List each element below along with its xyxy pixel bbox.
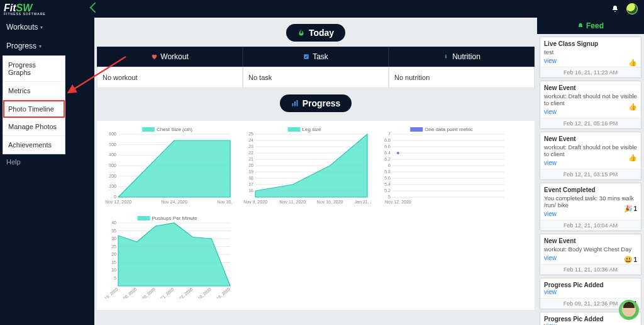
svg-text:Aug 21, 2020: Aug 21, 2020 bbox=[153, 287, 175, 299]
today-label: Today bbox=[309, 28, 334, 38]
feed-timestamp: Feb 12, 21, 10:04 AM bbox=[540, 220, 641, 231]
sidebar: Workouts▾ Progress▾ Progress Graphs Metr… bbox=[0, 18, 94, 325]
svg-text:Nov 11, 2020: Nov 11, 2020 bbox=[280, 200, 306, 204]
svg-text:6.8: 6.8 bbox=[384, 138, 391, 142]
feed-timestamp: Feb 12, 21, 03:15 PM bbox=[540, 169, 641, 180]
svg-text:25: 25 bbox=[248, 132, 253, 136]
svg-text:23: 23 bbox=[248, 144, 253, 149]
feed-view-link[interactable]: view bbox=[544, 322, 557, 325]
svg-text:Sep 10, 2020: Sep 10, 2020 bbox=[191, 287, 213, 299]
svg-text:5: 5 bbox=[388, 195, 391, 199]
progress-submenu: Progress Graphs Metrics Photo Timeline M… bbox=[3, 55, 65, 154]
submenu-achievements[interactable]: Achievements bbox=[3, 136, 65, 154]
feed-card-body: test bbox=[544, 48, 637, 55]
task-value: No task bbox=[243, 67, 389, 88]
main-content: Today Workout Task Nutrition No workout … bbox=[94, 18, 537, 325]
svg-text:600: 600 bbox=[109, 132, 116, 136]
svg-text:Nov 30, 2020: Nov 30, 2020 bbox=[217, 200, 234, 204]
reaction-icon[interactable]: 👍 bbox=[628, 103, 637, 111]
svg-text:Aug 22, 2020: Aug 22, 2020 bbox=[172, 287, 194, 299]
feed-card: New Eventworkout: Draft should not be vi… bbox=[540, 81, 641, 129]
feed-card: Live Class Signuptestview👍Feb 16, 21, 11… bbox=[540, 37, 641, 78]
feed-view-link[interactable]: view bbox=[544, 288, 557, 295]
tab-workout[interactable]: Workout bbox=[97, 47, 243, 67]
sidebar-item-progress[interactable]: Progress▾ bbox=[0, 37, 94, 55]
feed-view-link[interactable]: view bbox=[544, 159, 557, 166]
support-chat-button[interactable] bbox=[619, 300, 639, 320]
svg-text:Nov 12, 2020: Nov 12, 2020 bbox=[385, 200, 411, 204]
feed-view-link[interactable]: view bbox=[544, 210, 557, 217]
svg-text:40: 40 bbox=[111, 220, 116, 225]
svg-text:Nov 9, 2020: Nov 9, 2020 bbox=[243, 200, 267, 204]
svg-rect-3 bbox=[294, 101, 296, 106]
chart-1[interactable]: Leg size16171819202122232425Nov 9, 2020N… bbox=[238, 125, 371, 210]
bars-icon bbox=[291, 100, 299, 107]
feed-card-title: Live Class Signup bbox=[544, 40, 637, 47]
feed-timestamp: Feb 12, 21, 05:16 PM bbox=[540, 118, 641, 128]
feed-panel: Feed Live Class Signuptestview👍Feb 16, 2… bbox=[537, 18, 644, 325]
svg-text:200: 200 bbox=[109, 174, 116, 178]
svg-text:20: 20 bbox=[248, 163, 253, 168]
submenu-manage-photos[interactable]: Manage Photos bbox=[3, 118, 65, 136]
svg-text:Aug 19, 2020: Aug 19, 2020 bbox=[101, 287, 119, 299]
feed-card-body: workout: Draft should not be visible to … bbox=[544, 93, 637, 106]
svg-text:7: 7 bbox=[388, 132, 391, 136]
sidebar-item-workouts[interactable]: Workouts▾ bbox=[0, 18, 94, 37]
chart-0[interactable]: Chest Size (cm)0100200300400500600Nov 12… bbox=[101, 125, 234, 210]
feed-card: New Eventworkout: Draft should not be vi… bbox=[540, 132, 641, 180]
svg-point-68 bbox=[397, 152, 399, 154]
reaction-icon[interactable]: 👍 bbox=[628, 59, 637, 67]
progress-label: Progress bbox=[303, 98, 341, 108]
svg-text:25: 25 bbox=[111, 244, 116, 249]
svg-text:6.6: 6.6 bbox=[384, 144, 391, 149]
feed-header: Feed bbox=[537, 18, 644, 34]
nutrition-value: No nutrition bbox=[389, 67, 535, 88]
svg-text:17: 17 bbox=[248, 182, 253, 186]
svg-text:Aug 20, 2020: Aug 20, 2020 bbox=[135, 287, 157, 299]
submenu-progress-graphs[interactable]: Progress Graphs bbox=[3, 56, 65, 82]
reaction-icon[interactable]: 🎉1 bbox=[624, 205, 637, 213]
svg-text:5.4: 5.4 bbox=[384, 182, 391, 186]
svg-text:Nov 16, 2020: Nov 16, 2020 bbox=[317, 200, 343, 204]
reaction-icon[interactable]: 😃1 bbox=[624, 256, 637, 264]
svg-text:6.4: 6.4 bbox=[384, 151, 391, 155]
feed-card: Event CompletedYou completed task: 30 mi… bbox=[540, 183, 641, 231]
feed-timestamp: Feb 11, 21, 10:36 AM bbox=[540, 264, 641, 275]
feed-view-link[interactable]: view bbox=[544, 108, 557, 115]
tab-nutrition[interactable]: Nutrition bbox=[389, 47, 535, 67]
svg-text:5.8: 5.8 bbox=[384, 169, 391, 174]
submenu-photo-timeline[interactable]: Photo Timeline bbox=[3, 100, 65, 118]
chart-3[interactable]: Pushups Per Minute510152025303540Aug 19,… bbox=[101, 214, 234, 299]
svg-text:16: 16 bbox=[248, 188, 253, 193]
svg-text:10: 10 bbox=[111, 268, 116, 272]
heart-icon bbox=[151, 54, 157, 60]
feed-view-link[interactable]: view bbox=[544, 57, 557, 64]
chart-2[interactable]: One data point metric55.25.45.65.866.26.… bbox=[375, 125, 508, 210]
svg-text:400: 400 bbox=[109, 152, 116, 157]
today-pill[interactable]: Today bbox=[286, 24, 345, 42]
flame-icon bbox=[297, 29, 305, 37]
svg-text:Nov 12, 2020: Nov 12, 2020 bbox=[105, 200, 131, 204]
svg-text:35: 35 bbox=[111, 229, 116, 233]
bell-icon[interactable] bbox=[611, 5, 619, 13]
feed-timestamp: Feb 16, 21, 11:23 AM bbox=[540, 67, 641, 77]
user-avatar[interactable] bbox=[626, 3, 638, 14]
feed-card-title: New Event bbox=[544, 84, 637, 91]
reaction-icon[interactable]: 👍 bbox=[628, 154, 637, 162]
svg-text:Nov 16, 2020: Nov 16, 2020 bbox=[209, 287, 231, 299]
submenu-metrics[interactable]: Metrics bbox=[3, 82, 65, 100]
svg-text:19: 19 bbox=[248, 169, 253, 174]
tab-task[interactable]: Task bbox=[243, 47, 389, 67]
svg-rect-4 bbox=[296, 100, 297, 106]
svg-text:5: 5 bbox=[114, 276, 116, 280]
leaf-icon bbox=[443, 54, 449, 60]
feed-card-body: workout: Draft should not be visible to … bbox=[544, 144, 637, 157]
logo[interactable]: FitSW FITNESS SOFTWARE bbox=[0, 0, 94, 18]
progress-pill[interactable]: Progress bbox=[280, 94, 352, 112]
feed-view-link[interactable]: view bbox=[544, 254, 557, 261]
svg-text:18: 18 bbox=[248, 176, 253, 180]
svg-text:0: 0 bbox=[114, 195, 116, 199]
feed-card-title: Progress Pic Added bbox=[544, 282, 637, 288]
sidebar-item-help[interactable]: Help bbox=[0, 154, 94, 169]
svg-text:20: 20 bbox=[111, 252, 116, 256]
